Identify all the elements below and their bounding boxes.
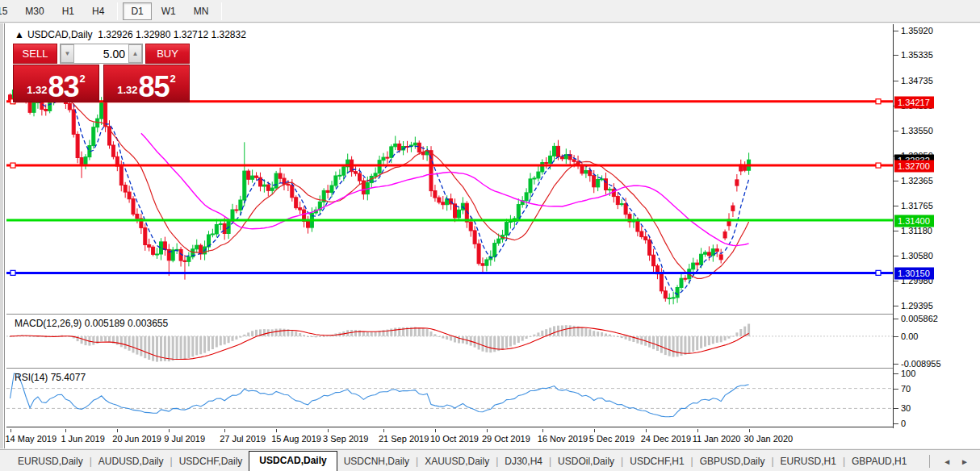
time-tick	[65, 429, 66, 432]
one-click-trade-widget: SELL ▼ ▲ BUY 1.32 83 2	[13, 44, 190, 102]
price-tick: 1.31765	[901, 201, 933, 210]
rsi-tick: 70	[901, 384, 911, 394]
volume-increase-button[interactable]: ▲	[128, 44, 142, 63]
buy-price-prefix: 1.32	[117, 84, 137, 96]
price-tick: 1.32365	[901, 176, 933, 185]
time-label: 14 May 2019	[6, 434, 57, 444]
macd-panel[interactable]: MACD(12,26,9) 0.005189 0.003655	[6, 314, 893, 367]
time-tick	[594, 429, 595, 432]
chart-tab-xauusd-daily[interactable]: XAUUSD,Daily	[418, 452, 496, 471]
chart-tab-eurusd-daily[interactable]: EURUSD,Daily	[11, 452, 90, 471]
price-tick: 1.35335	[901, 50, 933, 60]
tab-scroll-left-icon[interactable]: ◄	[938, 456, 956, 468]
collapse-marker-icon[interactable]: ▲	[15, 29, 24, 40]
price-level-tag: 1.30150	[894, 268, 934, 280]
buy-price-box[interactable]: 1.32 85 2	[103, 65, 190, 102]
price-tick: 1.33550	[901, 126, 933, 135]
time-label: 10 Oct 2019	[430, 434, 479, 444]
trading-platform-window: 15M30H1H4D1W1MN ▲USDCAD,Daily 1.32926 1.…	[0, 0, 980, 471]
sell-price-pip: 2	[80, 73, 86, 85]
rsi-tick: 0	[901, 419, 906, 428]
time-tick	[276, 429, 277, 432]
time-label: 30 Jan 2020	[744, 434, 794, 444]
toolbar-separator	[117, 2, 118, 20]
toolbar-separator	[221, 2, 222, 20]
chart-tab-bar: EURUSD,Daily|AUDUSD,Daily|USDCHF,DailyUS…	[0, 449, 980, 471]
chart-tab-usdoil-daily[interactable]: USDOil,Daily	[551, 452, 621, 471]
rsi-tick: 30	[901, 403, 911, 413]
timeframe-button-m30[interactable]: M30	[17, 2, 52, 20]
timeframe-button-h1[interactable]: H1	[54, 2, 82, 20]
rsi-tick: 100	[901, 369, 915, 378]
time-label: 11 Jan 2020	[693, 434, 741, 444]
buy-button[interactable]: BUY	[145, 44, 190, 64]
rsi-canvas[interactable]	[6, 369, 893, 427]
chart-title: ▲USDCAD,Daily 1.32926 1.32980 1.32712 1.…	[15, 29, 246, 40]
timeframe-toolbar: 15M30H1H4D1W1MN	[0, 0, 980, 23]
ohlc-close: 1.32832	[211, 29, 245, 40]
time-tick	[169, 429, 170, 432]
macd-label: MACD(12,26,9) 0.005189 0.003655	[15, 318, 168, 329]
price-level-tag: 1.31400	[894, 215, 934, 227]
time-tick	[697, 429, 698, 432]
time-label: 21 Sep 2019	[379, 434, 429, 444]
chart-frame: ▲USDCAD,Daily 1.32926 1.32980 1.32712 1.…	[4, 23, 980, 448]
tab-scroll-controls: ◄►	[929, 455, 980, 471]
time-tick	[224, 429, 225, 432]
price-level-tag: 1.32700	[894, 160, 934, 173]
volume-spinner: ▼ ▲	[60, 44, 143, 64]
sell-price-main: 83	[48, 75, 79, 99]
timeframe-button-15[interactable]: 15	[0, 2, 15, 20]
time-label: 9 Jul 2019	[164, 434, 205, 444]
chart-tab-usdcnh-daily[interactable]: USDCNH,Daily	[337, 452, 416, 471]
time-tick	[10, 429, 11, 432]
macd-tick: 0.005862	[901, 314, 938, 323]
time-label: 3 Sep 2019	[323, 434, 368, 444]
main-price-panel[interactable]: ▲USDCAD,Daily 1.32926 1.32980 1.32712 1.…	[6, 24, 893, 313]
sell-price-box[interactable]: 1.32 83 2	[13, 65, 99, 102]
buy-price-pip: 2	[170, 73, 176, 85]
chart-tab-eurusd-h1[interactable]: EURUSD,H1	[774, 452, 843, 471]
chart-tab-usdchf-h1[interactable]: USDCHF,H1	[623, 452, 690, 471]
time-tick	[487, 429, 488, 432]
volume-input[interactable]	[74, 44, 128, 63]
chart-tab-gbpaud-h1[interactable]: GBPAUD,H1	[845, 452, 913, 471]
time-tick	[117, 429, 118, 432]
ohlc-open: 1.32926	[98, 29, 132, 40]
timeframe-button-d1[interactable]: D1	[123, 2, 151, 20]
macd-values: 0.005189 0.003655	[85, 318, 168, 329]
time-tick	[646, 429, 647, 432]
time-label: 16 Nov 2019	[538, 434, 588, 444]
tab-scroll-right-icon[interactable]: ►	[956, 456, 974, 468]
time-tick	[542, 429, 543, 432]
chart-tab-audusd-daily[interactable]: AUDUSD,Daily	[92, 452, 170, 471]
price-tick: 1.30580	[901, 251, 933, 261]
sell-button[interactable]: SELL	[13, 44, 57, 64]
chart-tab-usdchf-daily[interactable]: USDCHF,Daily	[173, 452, 249, 471]
chart-tab-usdcad-daily[interactable]: USDCAD,Daily	[249, 451, 337, 471]
time-tick	[749, 429, 750, 432]
time-tick	[383, 429, 384, 432]
chart-tab-gbpusd-daily[interactable]: GBPUSD,Daily	[693, 452, 772, 471]
timeframe-button-h4[interactable]: H4	[84, 2, 112, 20]
rsi-label: RSI(14) 75.4077	[15, 372, 86, 383]
time-label: 1 Jun 2019	[61, 434, 104, 444]
price-tick: 1.29395	[901, 301, 933, 311]
tab-separator	[929, 455, 930, 468]
volume-decrease-button[interactable]: ▼	[61, 44, 74, 63]
chart-tab-dj30-h4[interactable]: DJ30,H4	[498, 452, 549, 471]
ohlc-low: 1.32712	[174, 29, 208, 40]
macd-tick: 0.00	[901, 331, 918, 341]
sell-price-prefix: 1.32	[27, 84, 47, 96]
time-label: 27 Jul 2019	[220, 434, 266, 444]
time-label: 29 Oct 2019	[482, 434, 530, 444]
time-label: 5 Dec 2019	[589, 434, 634, 444]
time-tick	[328, 429, 329, 432]
time-tick	[435, 429, 436, 432]
time-label: 20 Jun 2019	[112, 434, 161, 444]
time-label: 15 Aug 2019	[271, 434, 321, 444]
rsi-panel[interactable]: RSI(14) 75.4077	[6, 368, 893, 427]
buy-price-main: 85	[139, 75, 170, 99]
timeframe-button-w1[interactable]: W1	[153, 2, 184, 20]
timeframe-button-mn[interactable]: MN	[186, 2, 217, 20]
